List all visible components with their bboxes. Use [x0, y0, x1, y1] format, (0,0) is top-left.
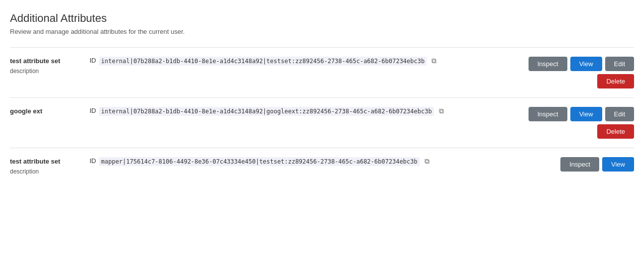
- attr-bottom-buttons: Delete: [597, 74, 634, 88]
- attr-top-buttons: InspectView: [560, 157, 634, 172]
- attribute-row: google extID internal|07b288a2-b1db-4410…: [10, 97, 634, 148]
- attribute-row: test attribute setdescriptionID mapper|1…: [10, 148, 634, 184]
- inspect-button[interactable]: Inspect: [529, 57, 567, 71]
- copy-icon[interactable]: ⧉: [439, 107, 444, 115]
- attr-name: test attribute set: [10, 157, 82, 166]
- attr-actions: InspectViewEditDelete: [529, 57, 634, 88]
- attr-name: test attribute set: [10, 57, 82, 66]
- attr-description: description: [10, 68, 82, 75]
- attribute-row: test attribute setdescriptionID internal…: [10, 47, 634, 97]
- attr-actions: InspectView: [560, 157, 634, 172]
- attr-name-col: test attribute setdescription: [10, 57, 90, 75]
- copy-icon[interactable]: ⧉: [431, 57, 436, 65]
- attr-id-col: ID mapper|175614c7-8106-4492-8e36-07c433…: [90, 157, 560, 166]
- attr-id-line: ID internal|07b288a2-b1db-4410-8e1e-a1d4…: [90, 107, 521, 116]
- view-button[interactable]: View: [602, 157, 634, 172]
- attr-id-label: ID: [90, 57, 96, 64]
- attr-id-value: internal|07b288a2-b1db-4410-8e1e-a1d4c31…: [99, 107, 434, 116]
- copy-icon[interactable]: ⧉: [425, 157, 429, 166]
- attr-id-line: ID internal|07b288a2-b1db-4410-8e1e-a1d4…: [90, 57, 521, 66]
- attr-name-col: test attribute setdescription: [10, 157, 90, 175]
- page-subtitle: Review and manage additional attributes …: [10, 28, 634, 35]
- inspect-button[interactable]: Inspect: [529, 107, 567, 121]
- attr-name-col: google ext: [10, 107, 90, 116]
- view-button[interactable]: View: [570, 107, 602, 121]
- attr-id-col: ID internal|07b288a2-b1db-4410-8e1e-a1d4…: [90, 57, 529, 66]
- attr-id-col: ID internal|07b288a2-b1db-4410-8e1e-a1d4…: [90, 107, 529, 116]
- edit-button[interactable]: Edit: [605, 107, 634, 121]
- inspect-button[interactable]: Inspect: [560, 157, 599, 172]
- attr-id-line: ID mapper|175614c7-8106-4492-8e36-07c433…: [90, 157, 552, 166]
- page-title: Additional Attributes: [10, 12, 634, 25]
- view-button[interactable]: View: [570, 57, 602, 71]
- attr-id-value: internal|07b288a2-b1db-4410-8e1e-a1d4c31…: [99, 57, 427, 66]
- attr-bottom-buttons: Delete: [597, 124, 634, 139]
- attribute-list: test attribute setdescriptionID internal…: [10, 47, 634, 184]
- attr-actions: InspectViewEditDelete: [529, 107, 634, 139]
- attr-description: description: [10, 168, 82, 175]
- attr-name: google ext: [10, 107, 82, 116]
- edit-button[interactable]: Edit: [605, 57, 634, 71]
- delete-button[interactable]: Delete: [597, 124, 634, 139]
- attr-id-label: ID: [90, 107, 96, 114]
- attr-id-value: mapper|175614c7-8106-4492-8e36-07c43334e…: [99, 157, 420, 166]
- delete-button[interactable]: Delete: [597, 74, 634, 88]
- attr-top-buttons: InspectViewEdit: [529, 107, 634, 121]
- attr-top-buttons: InspectViewEdit: [529, 57, 634, 71]
- attr-id-label: ID: [90, 157, 96, 165]
